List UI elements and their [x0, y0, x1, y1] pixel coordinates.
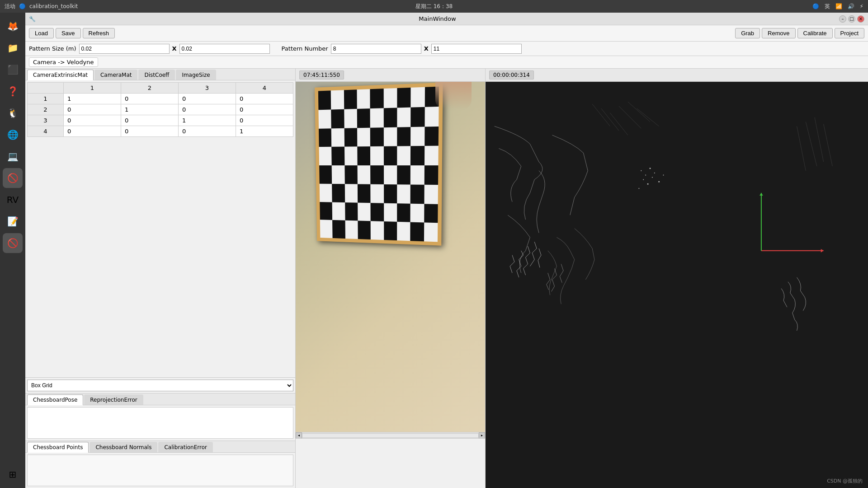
save-button[interactable]: Save	[56, 28, 81, 38]
chess-cell	[357, 146, 370, 165]
left-panel: CameraExtrinsicMat CameraMat DistCoeff I…	[25, 69, 296, 488]
chess-cell	[331, 128, 344, 147]
tab-chessboard-normals[interactable]: Chessboard Normals	[90, 442, 157, 452]
tab-chessboard-pose[interactable]: ChessboardPose	[27, 394, 83, 405]
pattern-number-x-input[interactable]	[331, 44, 421, 54]
grab-button[interactable]: Grab	[735, 28, 760, 38]
chess-cell	[424, 223, 438, 242]
refresh-button[interactable]: Refresh	[83, 28, 115, 38]
title-bar-controls: – □ ×	[839, 15, 864, 23]
tab-reprojection-error[interactable]: ReprojectionError	[84, 394, 143, 405]
chess-cell	[357, 127, 370, 146]
title-bar-left: 🔧	[29, 16, 36, 22]
pattern-size-y-input[interactable]	[179, 44, 270, 54]
chess-cell	[344, 184, 358, 202]
app-icon: 🔧	[29, 16, 36, 22]
chess-cell	[425, 146, 439, 165]
tab-camera-mat[interactable]: CameraMat	[94, 70, 138, 80]
pattern-size-x-input[interactable]	[79, 44, 170, 54]
lidar-timestamp-badge: 00:00:00:314	[489, 70, 534, 80]
sidebar-icon-chrome[interactable]: 🌐	[3, 125, 23, 145]
chess-cell	[410, 222, 424, 241]
cell-3-1: 0	[64, 115, 121, 126]
cell-1-4: 0	[236, 94, 293, 104]
pose-content	[27, 407, 293, 439]
pattern-size-label: Pattern Size (m)	[29, 45, 76, 52]
app-name: calibration_toolkit	[29, 3, 78, 9]
tab-camera-extrinsic-mat[interactable]: CameraExtrinsicMat	[27, 70, 94, 80]
power-icon: ⚡	[860, 3, 863, 9]
chess-cell	[384, 203, 397, 222]
chess-cell	[410, 184, 424, 203]
sidebar-icon-apps[interactable]: ⬛	[3, 60, 23, 80]
system-bar-right: 🔵 英 📶 🔊 ⚡	[812, 3, 863, 10]
project-button[interactable]: Project	[835, 28, 864, 38]
sidebar-icon-notes[interactable]: 📝	[3, 211, 23, 231]
tab-image-size[interactable]: ImageSize	[176, 70, 216, 80]
sidebar-icon-grid[interactable]: ⊞	[3, 465, 23, 484]
tab-dist-coeff[interactable]: DistCoeff	[138, 70, 175, 80]
cell-4-2: 0	[121, 126, 179, 137]
svg-point-10	[663, 175, 664, 176]
chess-cell	[344, 89, 357, 109]
pattern-number-y-input[interactable]	[431, 44, 522, 54]
sidebar-icon-firefox[interactable]: 🦊	[3, 16, 23, 36]
box-grid-dropdown[interactable]: Box Grid Grid Box	[27, 380, 293, 391]
scroll-track[interactable]	[302, 433, 479, 438]
scroll-right-btn[interactable]: ▸	[479, 432, 485, 439]
cell-4-3: 0	[179, 126, 236, 137]
chess-cell	[397, 146, 410, 165]
svg-rect-0	[486, 82, 868, 437]
remove-button[interactable]: Remove	[762, 28, 795, 38]
toolbar: Load Save Refresh Grab Remove Calibrate …	[25, 25, 868, 42]
chessboard-grid	[318, 87, 439, 242]
pose-tab-bar: ChessboardPose ReprojectionError	[25, 394, 295, 405]
sidebar-icon-rviz[interactable]: RV	[3, 190, 23, 210]
chess-cell	[370, 108, 384, 127]
chess-cell	[357, 89, 370, 108]
row-header-1: 1	[28, 94, 64, 104]
system-datetime: 星期二 16：38	[415, 3, 453, 10]
chess-cell	[384, 221, 397, 240]
scroll-left-btn[interactable]: ◂	[296, 432, 302, 439]
sidebar-icon-penguin[interactable]: 🐧	[3, 103, 23, 123]
lang-indicator[interactable]: 英	[825, 3, 830, 10]
chess-cell	[358, 202, 371, 221]
camera-row: Camera -> Velodyne	[25, 56, 868, 69]
dropdown-row: Box Grid Grid Box	[25, 377, 295, 393]
app-indicator: 🔵	[19, 3, 26, 9]
tab-calibration-error[interactable]: CalibrationError	[158, 442, 213, 452]
points-sub-panel: Chessboard Points Chessboard Normals Cal…	[25, 441, 295, 488]
sidebar-icon-files[interactable]: 📁	[3, 38, 23, 58]
load-button[interactable]: Load	[29, 28, 54, 38]
sidebar-icon-terminal[interactable]: 💻	[3, 146, 23, 166]
cell-2-3: 0	[179, 104, 236, 115]
pattern-row: Pattern Size (m) X Pattern Number X	[25, 42, 868, 56]
tab-chessboard-points[interactable]: Chessboard Points	[27, 442, 89, 453]
calibrate-button[interactable]: Calibrate	[797, 28, 833, 38]
matrix-col-1: 1	[64, 83, 121, 94]
minimize-button[interactable]: –	[839, 15, 846, 23]
chess-cell	[384, 165, 397, 184]
maximize-button[interactable]: □	[848, 15, 855, 23]
chess-cell	[397, 222, 410, 241]
sidebar-icon-help[interactable]: ❓	[3, 81, 23, 101]
watermark: CSDN @孤独的	[827, 478, 863, 484]
chess-cell	[397, 127, 410, 146]
network-icon: 🔵	[812, 3, 819, 9]
sidebar-icon-block2[interactable]: 🚫	[3, 233, 23, 253]
svg-point-4	[654, 173, 655, 174]
chess-cell	[332, 184, 344, 202]
sidebar-icon-block1[interactable]: 🚫	[3, 168, 23, 188]
chess-cell	[319, 165, 332, 184]
close-button[interactable]: ×	[857, 15, 864, 23]
chess-cell	[331, 90, 344, 109]
wifi-icon: 📶	[835, 3, 842, 9]
activities-label[interactable]: 活动	[5, 3, 15, 10]
chess-cell	[358, 165, 371, 184]
cell-2-4: 0	[236, 104, 293, 115]
matrix-col-4: 4	[236, 83, 293, 94]
cell-4-4: 1	[236, 126, 293, 137]
chess-cell	[320, 183, 332, 202]
svg-point-7	[652, 177, 653, 178]
